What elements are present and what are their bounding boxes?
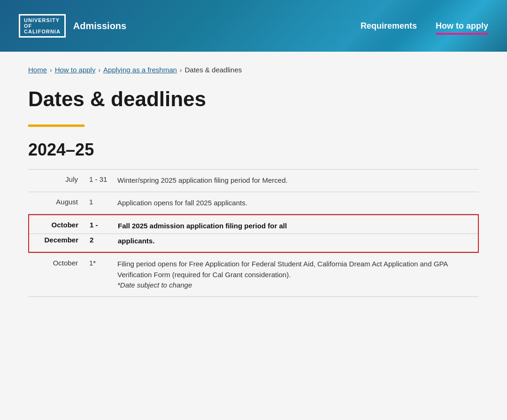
desc-cell: Filing period opens for Free Application… — [113, 253, 479, 297]
day-cell: 1 — [84, 192, 113, 214]
breadcrumb-applying-freshman[interactable]: Applying as a freshman — [103, 66, 177, 74]
table-row-highlighted: October 1 - Fall 2025 admission applicat… — [28, 214, 479, 253]
nav-how-to-apply[interactable]: How to apply — [436, 21, 488, 31]
admissions-label: Admissions — [73, 21, 126, 31]
breadcrumb-sep-3: › — [180, 66, 182, 74]
day-cell: 1 - 31 — [84, 170, 113, 192]
highlighted-sub-row: October 1 - Fall 2025 admission applicat… — [29, 215, 478, 233]
date-note: *Date subject to change — [117, 281, 192, 289]
table-row: July 1 - 31 Winter/spring 2025 applicati… — [28, 170, 479, 192]
month-cell: October — [28, 253, 84, 297]
page-title: Dates & deadlines — [28, 88, 479, 110]
highlighted-sub-row-2: December 2 applicants. — [29, 233, 478, 252]
dates-table: July 1 - 31 Winter/spring 2025 applicati… — [28, 169, 479, 297]
desc-cell-highlight: Fall 2025 admission application filing p… — [113, 215, 478, 233]
main-content: Home › How to apply › Applying as a fres… — [0, 52, 507, 316]
logo-line1: UNIVERSITY — [24, 17, 61, 23]
day-cell-highlight: 1 - — [85, 215, 113, 233]
breadcrumb-how-to-apply[interactable]: How to apply — [55, 66, 96, 74]
breadcrumb-home[interactable]: Home — [28, 66, 47, 74]
year-heading: 2024–25 — [28, 140, 479, 160]
month-cell-highlight2: December — [29, 233, 85, 252]
breadcrumb-sep-1: › — [50, 66, 52, 74]
day-cell: 1* — [84, 253, 113, 297]
desc-cell: Application opens for fall 2025 applican… — [113, 192, 479, 214]
month-cell: July — [28, 170, 84, 192]
main-nav: Requirements How to apply — [361, 21, 488, 31]
breadcrumb-sep-2: › — [98, 66, 100, 74]
desc-cell: Winter/spring 2025 application filing pe… — [113, 170, 479, 192]
site-header: UNIVERSITY OF CALIFORNIA Admissions Requ… — [0, 0, 507, 52]
month-cell-highlight: October — [29, 215, 85, 233]
nav-requirements[interactable]: Requirements — [361, 21, 417, 31]
table-row: August 1 Application opens for fall 2025… — [28, 192, 479, 214]
logo-line3: CALIFORNIA — [24, 29, 61, 34]
uc-logo[interactable]: UNIVERSITY OF CALIFORNIA — [19, 14, 66, 38]
month-cell: August — [28, 192, 84, 214]
yellow-divider — [28, 124, 84, 127]
breadcrumb-current: Dates & deadlines — [185, 66, 242, 74]
day-cell-highlight2: 2 — [85, 233, 113, 252]
table-row: October 1* Filing period opens for Free … — [28, 253, 479, 297]
desc-cell-highlight2: applicants. — [113, 233, 478, 252]
logo-line2: OF — [24, 23, 61, 29]
breadcrumb: Home › How to apply › Applying as a fres… — [28, 66, 479, 74]
